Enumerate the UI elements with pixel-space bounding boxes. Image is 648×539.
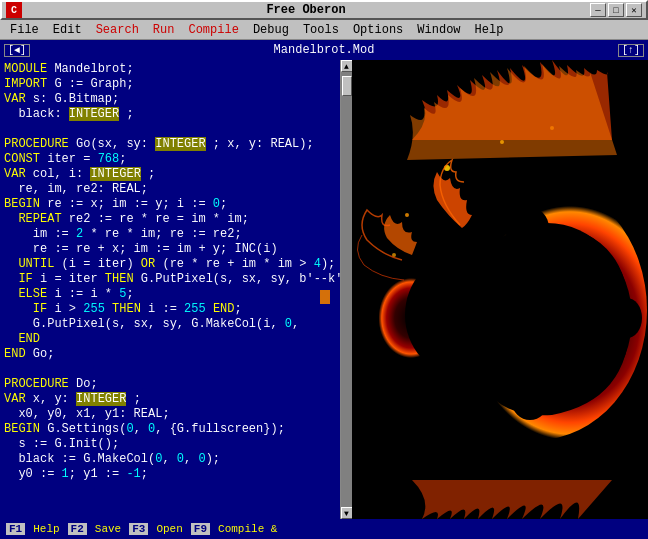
app-icon: C xyxy=(6,2,22,18)
toolbar2-right: [↑] xyxy=(618,44,644,57)
menu-compile[interactable]: Compile xyxy=(182,21,244,39)
scrollbar-track[interactable] xyxy=(341,72,353,507)
toolbar2-left: [◄] xyxy=(4,44,30,57)
menu-tools[interactable]: Tools xyxy=(297,21,345,39)
menu-window[interactable]: Window xyxy=(411,21,466,39)
f3-label: Open xyxy=(156,523,182,535)
f1-key: F1 xyxy=(6,523,25,535)
svg-point-11 xyxy=(405,213,409,217)
svg-point-6 xyxy=(512,384,548,420)
menu-run[interactable]: Run xyxy=(147,21,181,39)
scroll-up-arrow[interactable]: ▲ xyxy=(341,60,353,72)
menu-search[interactable]: Search xyxy=(90,21,145,39)
text-cursor xyxy=(320,290,330,304)
mandelbrot-svg xyxy=(352,60,648,519)
f2-key: F2 xyxy=(68,523,87,535)
menu-edit[interactable]: Edit xyxy=(47,21,88,39)
menubar: File Edit Search Run Compile Debug Tools… xyxy=(0,20,648,40)
mandelbrot-preview xyxy=(352,60,648,519)
scroll-left-button[interactable]: [◄] xyxy=(4,44,30,57)
titlebar-title: Free Oberon xyxy=(22,3,590,17)
menu-options[interactable]: Options xyxy=(347,21,409,39)
statusbar: F1 Help F2 Save F3 Open F9 Compile & xyxy=(0,519,648,539)
scroll-down-arrow[interactable]: ▼ xyxy=(341,507,353,519)
file-title: Mandelbrot.Mod xyxy=(30,43,618,57)
svg-point-4 xyxy=(405,255,515,375)
menu-debug[interactable]: Debug xyxy=(247,21,295,39)
code-content: MODULE Mandelbrot; IMPORT G := Graph; VA… xyxy=(4,62,336,482)
main-area: MODULE Mandelbrot; IMPORT G := Graph; VA… xyxy=(0,60,648,519)
svg-point-10 xyxy=(550,126,554,130)
close-button[interactable]: ✕ xyxy=(626,3,642,17)
secondary-toolbar: [◄] Mandelbrot.Mod [↑] xyxy=(0,40,648,60)
menu-file[interactable]: File xyxy=(4,21,45,39)
svg-point-9 xyxy=(500,140,504,144)
minimize-button[interactable]: ─ xyxy=(590,3,606,17)
f1-label: Help xyxy=(33,523,59,535)
vertical-scrollbar[interactable]: ▲ ▼ xyxy=(340,60,352,519)
titlebar: C Free Oberon ─ □ ✕ xyxy=(0,0,648,20)
scrollbar-thumb[interactable] xyxy=(342,76,352,96)
maximize-button[interactable]: □ xyxy=(608,3,624,17)
titlebar-controls: ─ □ ✕ xyxy=(590,3,642,17)
f2-label: Save xyxy=(95,523,121,535)
scroll-right-button[interactable]: [↑] xyxy=(618,44,644,57)
f9-key: F9 xyxy=(191,523,210,535)
code-editor[interactable]: MODULE Mandelbrot; IMPORT G := Graph; VA… xyxy=(0,60,340,519)
menu-help[interactable]: Help xyxy=(469,21,510,39)
f3-key: F3 xyxy=(129,523,148,535)
svg-point-7 xyxy=(612,298,642,338)
titlebar-left: C xyxy=(6,2,22,18)
f9-label: Compile & xyxy=(218,523,277,535)
svg-point-5 xyxy=(505,206,549,250)
